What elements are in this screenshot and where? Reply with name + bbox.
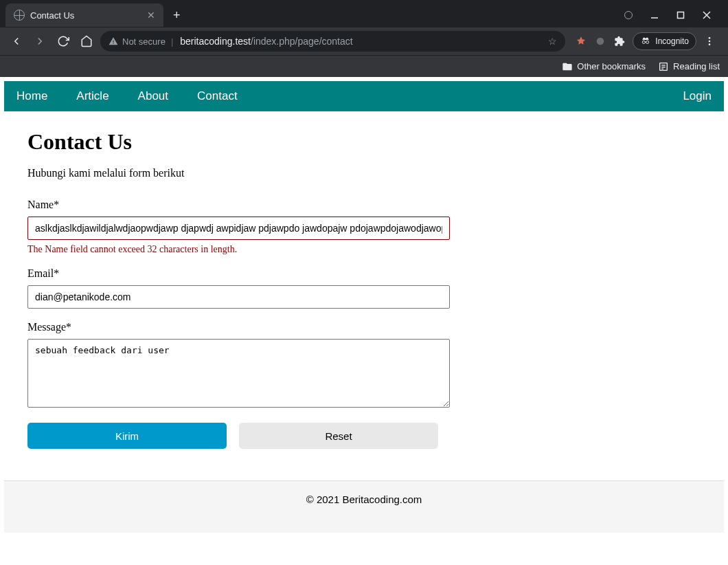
- svg-point-7: [709, 37, 711, 39]
- incognito-badge: Incognito: [633, 32, 696, 50]
- email-group: Email*: [27, 267, 701, 309]
- back-button[interactable]: [7, 32, 26, 51]
- svg-point-5: [643, 41, 646, 43]
- reading-list-label: Reading list: [673, 61, 720, 71]
- address-bar: Not secure | beritacoding.test/index.php…: [0, 27, 728, 55]
- nav-about[interactable]: About: [138, 89, 168, 103]
- svg-point-8: [709, 41, 711, 43]
- nav-login[interactable]: Login: [683, 89, 712, 103]
- page-subtitle: Hubungi kami melalui form berikut: [27, 167, 701, 179]
- reset-button[interactable]: Reset: [239, 423, 438, 449]
- minimize-icon[interactable]: [644, 5, 665, 25]
- message-group: Message*: [27, 321, 701, 410]
- close-window-icon[interactable]: [696, 5, 717, 25]
- page-footer: © 2021 Beritacoding.com: [4, 480, 724, 533]
- submit-button[interactable]: Kirim: [27, 423, 227, 449]
- circle-icon[interactable]: [618, 5, 639, 25]
- url-bar[interactable]: Not secure | beritacoding.test/index.php…: [100, 31, 565, 52]
- page-title: Contact Us: [27, 129, 701, 155]
- reload-button[interactable]: [54, 32, 73, 51]
- name-group: Name* The Name field cannot exceed 32 ch…: [27, 199, 701, 255]
- site-nav: Home Article About Contact Login: [4, 81, 724, 111]
- email-input[interactable]: [27, 285, 450, 309]
- incognito-label: Incognito: [655, 36, 689, 46]
- svg-point-4: [597, 38, 604, 45]
- message-textarea[interactable]: [27, 339, 450, 408]
- name-label: Name*: [27, 199, 701, 211]
- window-controls: [618, 5, 723, 25]
- tab-title: Contact Us: [30, 10, 141, 21]
- extension-icon[interactable]: [575, 35, 587, 47]
- bookmark-bar: Other bookmarks Reading list: [0, 55, 728, 77]
- nav-article[interactable]: Article: [76, 89, 109, 103]
- not-secure-badge: Not secure |: [109, 36, 174, 47]
- footer-text: © 2021 Beritacoding.com: [306, 494, 422, 505]
- globe-icon: [14, 10, 25, 21]
- svg-rect-1: [678, 12, 684, 19]
- new-tab-button[interactable]: +: [163, 8, 190, 23]
- form-buttons: Kirim Reset: [27, 423, 701, 449]
- svg-point-6: [646, 41, 649, 43]
- message-label: Message*: [27, 321, 701, 333]
- close-tab-icon[interactable]: ✕: [147, 10, 155, 21]
- extension-icon[interactable]: [594, 35, 606, 47]
- other-bookmarks[interactable]: Other bookmarks: [562, 61, 646, 72]
- url-text: beritacoding.test/index.php/page/contact: [180, 36, 543, 47]
- menu-icon[interactable]: [703, 35, 716, 47]
- page-content: Contact Us Hubungi kami melalui form ber…: [4, 111, 724, 461]
- browser-tab[interactable]: Contact Us ✕: [5, 3, 163, 27]
- security-label: Not secure: [122, 36, 166, 47]
- nav-contact[interactable]: Contact: [197, 89, 238, 103]
- email-label: Email*: [27, 267, 701, 280]
- tab-bar: Contact Us ✕ +: [0, 0, 728, 27]
- browser-chrome: Contact Us ✕ +: [0, 0, 728, 77]
- maximize-icon[interactable]: [670, 5, 691, 25]
- page-viewport: Home Article About Contact Login Contact…: [0, 77, 728, 565]
- extensions-menu-icon[interactable]: [613, 35, 626, 47]
- bookmarks-label: Other bookmarks: [577, 61, 646, 71]
- home-icon[interactable]: [77, 32, 96, 51]
- name-input[interactable]: [27, 217, 450, 240]
- reading-list[interactable]: Reading list: [658, 61, 720, 72]
- svg-point-9: [709, 43, 711, 45]
- name-error: The Name field cannot exceed 32 characte…: [27, 244, 701, 255]
- extension-icons: Incognito: [569, 32, 721, 50]
- forward-button[interactable]: [30, 32, 49, 51]
- nav-home[interactable]: Home: [16, 89, 47, 103]
- bookmark-star-icon[interactable]: ☆: [548, 36, 557, 47]
